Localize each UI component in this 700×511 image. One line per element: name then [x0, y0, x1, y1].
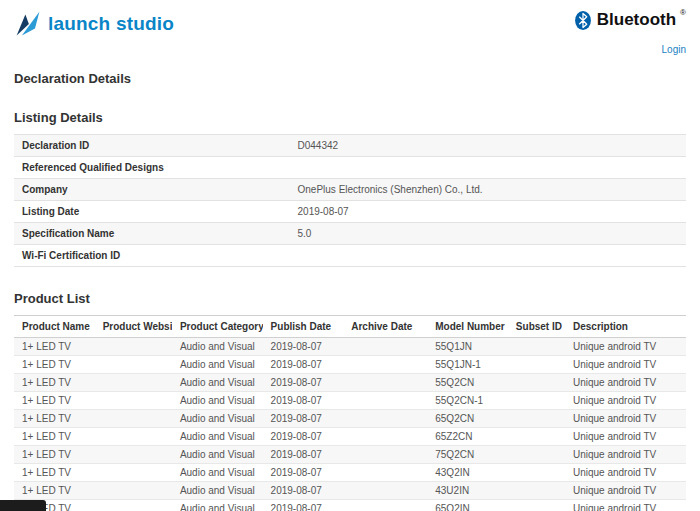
- detail-label: Referenced Qualified Designs: [14, 157, 290, 179]
- table-cell: 43U2IN: [427, 482, 508, 500]
- table-cell: [95, 374, 172, 392]
- table-cell: [95, 446, 172, 464]
- column-header: Product Name: [14, 316, 95, 338]
- table-cell: Unique android TV: [565, 446, 686, 464]
- table-cell: 1+ LED TV: [14, 374, 95, 392]
- table-cell: 1+ LED TV: [14, 392, 95, 410]
- table-cell: Audio and Visual: [172, 374, 263, 392]
- product-table-body: 1+ LED TVAudio and Visual2019-08-0755Q1J…: [14, 338, 686, 511]
- detail-value: [290, 245, 686, 267]
- listing-detail-row: Referenced Qualified Designs: [14, 157, 686, 179]
- table-cell: [95, 428, 172, 446]
- table-cell: 1+ LED TV: [14, 464, 95, 482]
- table-cell: 1+ LED TV: [14, 428, 95, 446]
- table-cell: 2019-08-07: [263, 428, 344, 446]
- table-cell: [95, 410, 172, 428]
- table-row: 1+ LED TVAudio and Visual2019-08-0743U2I…: [14, 482, 686, 500]
- table-cell: 65Q2CN: [427, 410, 508, 428]
- table-cell: [508, 374, 565, 392]
- table-cell: 2019-08-07: [263, 392, 344, 410]
- bluetooth-icon: [573, 10, 593, 31]
- table-cell: [343, 374, 427, 392]
- table-cell: 65Z2CN: [427, 428, 508, 446]
- table-cell: [95, 482, 172, 500]
- column-header: Product Category: [172, 316, 263, 338]
- table-cell: 1+ LED TV: [14, 356, 95, 374]
- table-row: 1+ LED TVAudio and Visual2019-08-0765Z2C…: [14, 428, 686, 446]
- table-cell: [343, 410, 427, 428]
- table-row: 1+ LED TVAudio and Visual2019-08-0775Q2C…: [14, 446, 686, 464]
- page-title: Declaration Details: [14, 71, 686, 86]
- table-cell: [95, 464, 172, 482]
- table-cell: Unique android TV: [565, 482, 686, 500]
- login-row: Login: [0, 38, 700, 55]
- table-row: 1+ LED TVAudio and Visual2019-08-0755Q1J…: [14, 356, 686, 374]
- table-cell: [343, 356, 427, 374]
- table-cell: Audio and Visual: [172, 500, 263, 511]
- table-cell: 55Q2CN: [427, 374, 508, 392]
- table-row: 1+ LED TVAudio and Visual2019-08-0765Q2C…: [14, 410, 686, 428]
- table-cell: [343, 446, 427, 464]
- detail-label: Company: [14, 179, 290, 201]
- table-cell: Unique android TV: [565, 338, 686, 356]
- table-cell: 55Q1JN: [427, 338, 508, 356]
- table-cell: 1+ LED TV: [14, 338, 95, 356]
- table-cell: 2019-08-07: [263, 410, 344, 428]
- registered-mark: ®: [680, 8, 686, 17]
- listing-detail-row: Declaration IDD044342: [14, 135, 686, 157]
- bluetooth-wordmark: Bluetooth: [597, 10, 676, 30]
- table-cell: 55Q1JN-1: [427, 356, 508, 374]
- table-cell: 2019-08-07: [263, 500, 344, 511]
- table-cell: 43Q2IN: [427, 464, 508, 482]
- table-cell: [508, 338, 565, 356]
- column-header: Product Website: [95, 316, 172, 338]
- table-cell: 65Q2IN: [427, 500, 508, 511]
- table-cell: 2019-08-07: [263, 356, 344, 374]
- table-row: 1+ LED TVAudio and Visual2019-08-0743Q2I…: [14, 464, 686, 482]
- table-cell: Unique android TV: [565, 464, 686, 482]
- table-cell: [508, 356, 565, 374]
- table-cell: Audio and Visual: [172, 338, 263, 356]
- table-row: 1+ LED TVAudio and Visual2019-08-0755Q2C…: [14, 392, 686, 410]
- launch-studio-logo[interactable]: launch studio: [14, 10, 174, 38]
- bluetooth-logo: Bluetooth ®: [573, 10, 686, 31]
- table-cell: 55Q2CN-1: [427, 392, 508, 410]
- table-row: 1+ LED TVAudio and Visual2019-08-0765Q2I…: [14, 500, 686, 511]
- table-cell: Unique android TV: [565, 410, 686, 428]
- detail-value: OnePlus Electronics (Shenzhen) Co., Ltd.: [290, 179, 686, 201]
- detail-label: Declaration ID: [14, 135, 290, 157]
- column-header: Description: [565, 316, 686, 338]
- listing-details-table: Declaration IDD044342Referenced Qualifie…: [14, 134, 686, 267]
- table-cell: [343, 464, 427, 482]
- table-cell: [95, 500, 172, 511]
- table-cell: [508, 500, 565, 511]
- table-cell: 2019-08-07: [263, 464, 344, 482]
- page-content: Declaration Details Listing Details Decl…: [0, 71, 700, 511]
- table-cell: [95, 356, 172, 374]
- column-header: Archive Date: [343, 316, 427, 338]
- table-cell: [508, 410, 565, 428]
- column-header: Model Number: [427, 316, 508, 338]
- login-link[interactable]: Login: [662, 44, 686, 55]
- table-cell: Audio and Visual: [172, 428, 263, 446]
- column-header: Publish Date: [263, 316, 344, 338]
- table-cell: [343, 338, 427, 356]
- launch-studio-icon: [14, 10, 42, 38]
- table-cell: Unique android TV: [565, 428, 686, 446]
- table-row: 1+ LED TVAudio and Visual2019-08-0755Q2C…: [14, 374, 686, 392]
- column-header: Subset ID: [508, 316, 565, 338]
- product-list-table: Product NameProduct WebsiteProduct Categ…: [14, 315, 686, 511]
- table-cell: Unique android TV: [565, 374, 686, 392]
- table-row: 1+ LED TVAudio and Visual2019-08-0755Q1J…: [14, 338, 686, 356]
- listing-detail-row: Specification Name5.0: [14, 223, 686, 245]
- product-list-title: Product List: [14, 291, 686, 306]
- table-cell: [508, 428, 565, 446]
- listing-detail-row: Wi-Fi Certification ID: [14, 245, 686, 267]
- brand-name: launch studio: [48, 13, 174, 35]
- table-cell: [95, 392, 172, 410]
- table-cell: 2019-08-07: [263, 482, 344, 500]
- table-cell: Audio and Visual: [172, 482, 263, 500]
- table-cell: [343, 500, 427, 511]
- table-cell: Audio and Visual: [172, 464, 263, 482]
- table-cell: [508, 464, 565, 482]
